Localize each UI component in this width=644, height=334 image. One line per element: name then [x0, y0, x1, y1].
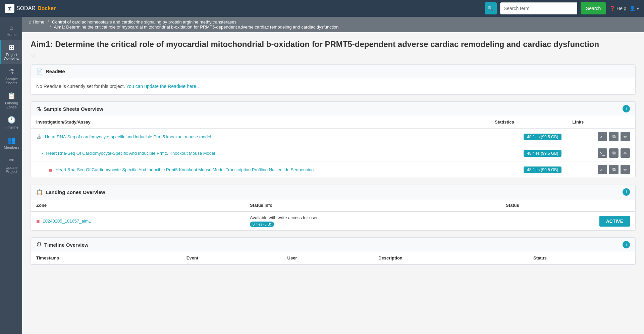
magnify-icon: 🔍	[488, 6, 493, 11]
timeline-info-button[interactable]: i	[623, 241, 630, 248]
ss-investigation-link[interactable]: Heart RNA-Seq of cardiomyocyte-specific …	[45, 134, 211, 139]
lz-status-badge: ACTIVE	[599, 216, 630, 227]
ss-investigation-action-icons: >_ ⧉ ✏	[572, 132, 630, 141]
ss-study-copy-btn[interactable]: ⧉	[609, 148, 619, 158]
ss-col-investigation: Investigation/Study/Assay	[31, 116, 489, 128]
ss-investigation-copy-btn[interactable]: ⧉	[609, 132, 619, 141]
breadcrumb-parent[interactable]: Control of cardiac homeostasis and cardi…	[52, 19, 236, 25]
ss-assay-cell: ▦ Heart Rna-Seq Of Cardiomyocyte-Specifi…	[31, 161, 489, 178]
main-content: ⌂ Home / Control of cardiac homeostasis …	[22, 17, 644, 334]
sidebar-item-project-overview[interactable]: ⊞ ProjectOverview	[0, 40, 22, 64]
sidebar: ⌂ Home ⊞ ProjectOverview ⚗ SampleSheets …	[0, 17, 22, 334]
readme-update-link[interactable]: You can update the ReadMe here.	[126, 84, 198, 89]
tl-col-status: Status	[528, 252, 635, 264]
sidebar-item-sample-sheets-label: SampleSheets	[5, 77, 18, 85]
sidebar-item-landing-zones[interactable]: 📋 LandingZones	[0, 88, 22, 112]
sidebar-item-update-project-label: UpdateProject	[6, 165, 17, 174]
flask-header-icon: ⚗	[36, 106, 41, 112]
readme-card-body: No ReadMe is currently set for this proj…	[31, 78, 635, 94]
table-row: ▦ Heart Rna-Seq Of Cardiomyocyte-Specifi…	[31, 161, 635, 178]
sidebar-item-timeline[interactable]: 🕐 Timeline	[0, 112, 22, 133]
help-button[interactable]: ❓ Help	[609, 6, 626, 11]
sidebar-item-project-overview-label: ProjectOverview	[4, 53, 19, 61]
brand-icon: 🗑	[5, 4, 14, 13]
ss-investigation-terminal-btn[interactable]: >_	[598, 132, 607, 141]
ss-study-action-icons: >_ ⧉ ✏	[572, 148, 630, 158]
clipboard-icon: 📋	[7, 92, 16, 100]
user-icon: 👤	[630, 6, 635, 11]
ss-assay-link[interactable]: Heart Rna-Seq Of Cardiomyocyte-Specific …	[56, 167, 314, 172]
readme-title: ReadMe	[46, 68, 65, 74]
ss-study-link[interactable]: Heart Rna-Seq Of Cardiomyocyte-Specific …	[46, 151, 215, 156]
landing-zones-info-button[interactable]: i	[623, 188, 630, 196]
landing-zones-table: Zone Status Info Status ▦ 20240205_10165…	[31, 199, 635, 230]
landing-zones-card: 📋 Landing Zones Overview i Zone Status I…	[31, 185, 636, 231]
study-square-icon: ▪	[42, 151, 43, 155]
sidebar-item-home[interactable]: ⌂ Home	[0, 20, 22, 40]
sample-sheets-card: ⚗ Sample Sheets Overview i Investigation…	[31, 101, 636, 178]
tl-table-header-row: Timestamp Event User Description Status	[31, 252, 635, 264]
search-input[interactable]	[500, 2, 577, 14]
ss-study-actions: >_ ⧉ ✏	[567, 145, 635, 161]
search-icon-button[interactable]: 🔍	[485, 2, 497, 14]
ss-assay-action-icons: >_ ⧉ ✏	[572, 165, 630, 174]
landing-zones-header-left: 📋 Landing Zones Overview	[36, 189, 105, 195]
people-icon: 👥	[7, 136, 16, 144]
search-button[interactable]: Search	[581, 2, 606, 14]
sidebar-item-update-project[interactable]: ✏ UpdateProject	[0, 153, 22, 177]
ss-assay-edit-btn[interactable]: ✏	[621, 165, 630, 174]
sample-sheets-table: Investigation/Study/Assay Statistics Lin…	[31, 116, 635, 178]
ss-col-links: Links	[567, 116, 635, 128]
readme-period: .	[198, 84, 199, 89]
lz-col-status-info: Status Info	[245, 199, 500, 211]
landing-zones-card-header: 📋 Landing Zones Overview i	[31, 185, 635, 199]
navbar-right: 🔍 Search ❓ Help 👤 ▾	[485, 2, 639, 14]
ss-study-stats-badge: 48 files (99.5 GB)	[524, 150, 561, 157]
ss-assay-stats: 48 files (99.5 GB)	[489, 161, 567, 178]
tl-col-event: Event	[181, 252, 282, 264]
sidebar-item-home-label: Home	[7, 33, 16, 37]
tl-col-user: User	[282, 252, 373, 264]
user-menu-button[interactable]: 👤 ▾	[630, 6, 639, 11]
lz-status-cell: ACTIVE	[500, 211, 635, 230]
sidebar-item-members[interactable]: 👥 Members	[0, 133, 22, 153]
table-row: 🔬 Heart RNA-Seq of cardiomyocyte-specifi…	[31, 128, 635, 145]
brand-docker: Docker	[38, 5, 56, 11]
help-label: Help	[616, 6, 626, 11]
pencil-icon: ✏	[9, 156, 14, 164]
readme-header-left: 📄 ReadMe	[36, 68, 65, 75]
sample-sheets-table-container: Investigation/Study/Assay Statistics Lin…	[31, 116, 635, 178]
readme-card: 📄 ReadMe No ReadMe is currently set for …	[31, 64, 636, 95]
page-title: Aim1: Determine the critical role of myo…	[31, 39, 636, 49]
ss-study-terminal-btn[interactable]: >_	[598, 148, 607, 158]
sample-sheets-card-header: ⚗ Sample Sheets Overview i	[31, 102, 635, 116]
lz-zone-link[interactable]: 20240205_101657_aim1	[43, 219, 91, 224]
lz-status-info-text: Available with write access for user	[250, 215, 495, 220]
landing-zones-title: Landing Zones Overview	[46, 189, 105, 195]
sample-sheets-info-button[interactable]: i	[623, 105, 630, 112]
ss-investigation-stats-badge: 48 files (99.5 GB)	[524, 134, 561, 140]
ss-col-statistics: Statistics	[489, 116, 567, 128]
clock-icon: 🕐	[7, 116, 16, 124]
ss-assay-copy-btn[interactable]: ⧉	[609, 165, 619, 174]
sidebar-item-sample-sheets[interactable]: ⚗ SampleSheets	[0, 64, 22, 88]
lz-zone-cell: ▦ 20240205_101657_aim1	[31, 211, 245, 230]
ss-table-header-row: Investigation/Study/Assay Statistics Lin…	[31, 116, 635, 128]
tl-col-timestamp: Timestamp	[31, 252, 181, 264]
ss-investigation-stats: 48 files (99.5 GB)	[489, 128, 567, 145]
breadcrumb-home[interactable]: ⌂ Home	[29, 19, 44, 25]
sidebar-item-landing-zones-label: LandingZones	[5, 101, 18, 109]
lz-files-badge: 0 files (0 B)	[250, 222, 274, 227]
ss-investigation-edit-btn[interactable]: ✏	[621, 132, 630, 141]
chevron-down-icon: ▾	[637, 6, 639, 11]
sidebar-item-members-label: Members	[4, 145, 19, 149]
favourite-star-icon[interactable]: ☆	[31, 52, 636, 59]
ss-study-edit-btn[interactable]: ✏	[621, 148, 630, 158]
table-row: ▪ Heart Rna-Seq Of Cardiomyocyte-Specifi…	[31, 145, 635, 161]
timeline-card: ⏱ Timeline Overview i Timestamp Event Us…	[31, 237, 636, 265]
breadcrumb-current: Aim1: Determine the critical role of myo…	[54, 25, 339, 30]
table-row: ▦ 20240205_101657_aim1 Available with wr…	[31, 211, 635, 230]
readme-card-header: 📄 ReadMe	[31, 65, 635, 78]
flask-icon: ⚗	[9, 67, 15, 76]
ss-assay-terminal-btn[interactable]: >_	[598, 165, 607, 174]
